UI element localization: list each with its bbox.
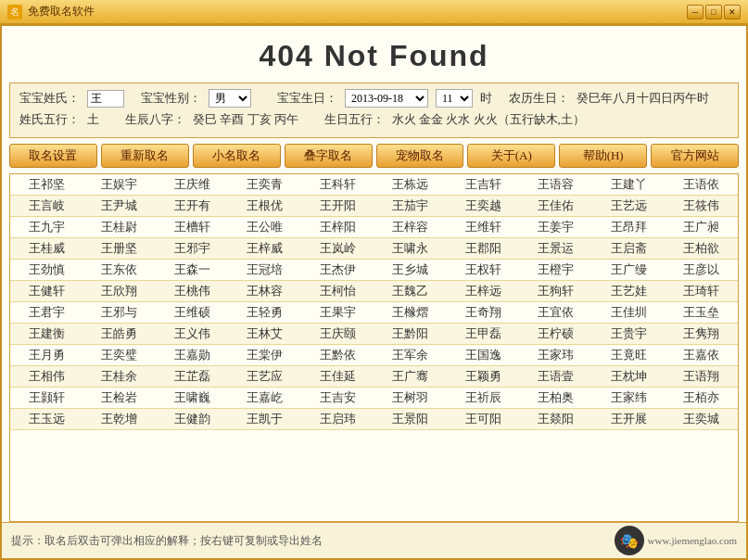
table-row[interactable]: 王颢轩王检岩王啸巍王嘉屹王吉安王树羽王祈辰王柏奥王家纬王栢亦 [10,388,738,409]
name-cell[interactable]: 王凯于 [229,409,302,430]
name-cell[interactable]: 王梓威 [229,238,302,260]
table-row[interactable]: 王桂威王册坚王邪宇王梓威王岚岭王啸永王郡阳王景运王启斋王柏欲 [10,238,738,260]
name-cell[interactable]: 王庆维 [156,174,229,196]
name-cell[interactable]: 王建丫 [592,174,666,196]
name-cell[interactable]: 王啸巍 [156,388,229,409]
name-cell[interactable]: 王艺应 [229,366,302,388]
name-cell[interactable]: 王邪宇 [156,238,229,260]
names-container[interactable]: 王祁坚王娱宇王庆维王奕青王科轩王栋远王吉轩王语容王建丫王语依王言岐王尹城王开有王… [9,173,739,522]
name-cell[interactable]: 王柏欲 [666,238,739,260]
surname-input[interactable] [87,90,124,108]
table-row[interactable]: 王月勇王奕璧王嘉勋王棠伊王黔依王军余王国逸王家玮王竟旺王嘉依 [10,345,738,366]
name-cell[interactable]: 王宜依 [520,302,593,324]
name-cell[interactable]: 王玉垒 [666,302,739,324]
name-cell[interactable]: 王岚岭 [301,238,374,260]
name-cell[interactable]: 王黔依 [301,345,374,366]
name-cell[interactable]: 王权轩 [447,260,520,281]
name-cell[interactable]: 王君宇 [10,302,83,324]
name-cell[interactable]: 王嘉屹 [229,388,302,409]
maximize-button[interactable]: □ [705,5,722,19]
name-cell[interactable]: 王皓勇 [83,324,157,345]
name-cell[interactable]: 王乾增 [83,409,157,430]
name-cell[interactable]: 王艺远 [592,196,666,217]
minimize-button[interactable]: ─ [687,5,704,19]
name-cell[interactable]: 王乡城 [374,260,448,281]
toolbar-btn-[interactable]: 重新取名 [101,144,189,168]
name-cell[interactable]: 王郡阳 [447,238,520,260]
name-cell[interactable]: 王军余 [374,345,448,366]
name-cell[interactable]: 王奕城 [666,409,739,430]
name-cell[interactable]: 王黔阳 [374,324,448,345]
name-cell[interactable]: 王家玮 [520,345,593,366]
name-cell[interactable]: 王奕越 [447,196,520,217]
name-cell[interactable]: 王狗轩 [520,281,593,302]
name-cell[interactable]: 王广骞 [374,366,448,388]
name-cell[interactable]: 王吉轩 [447,174,520,196]
name-cell[interactable]: 王桂余 [83,366,157,388]
name-cell[interactable]: 王义伟 [156,324,229,345]
name-cell[interactable]: 王广昶 [666,217,739,238]
name-cell[interactable]: 王月勇 [10,345,83,366]
name-cell[interactable]: 王竟旺 [592,345,666,366]
name-cell[interactable]: 王嘉勋 [156,345,229,366]
name-cell[interactable]: 王杰伊 [301,260,374,281]
name-cell[interactable]: 王桂尉 [83,217,157,238]
name-cell[interactable]: 王东依 [83,260,157,281]
name-cell[interactable]: 王健韵 [156,409,229,430]
table-row[interactable]: 王健轩王欣翔王桃伟王林容王柯怡王魏乙王梓远王狗轩王艺娃王琦轩 [10,281,738,302]
name-cell[interactable]: 王吉安 [301,388,374,409]
name-cell[interactable]: 王颖勇 [447,366,520,388]
name-cell[interactable]: 王奕青 [229,174,302,196]
name-cell[interactable]: 王橼熠 [374,302,448,324]
table-row[interactable]: 王九宇王桂尉王槽轩王公唯王梓阳王梓容王维轩王姜宇王昂拜王广昶 [10,217,738,238]
name-cell[interactable]: 王桂威 [10,238,83,260]
name-cell[interactable]: 王果宇 [301,302,374,324]
name-cell[interactable]: 王甲磊 [447,324,520,345]
name-cell[interactable]: 王芷磊 [156,366,229,388]
name-cell[interactable]: 王柠硕 [520,324,593,345]
name-cell[interactable]: 王庆颐 [301,324,374,345]
name-cell[interactable]: 王维硕 [156,302,229,324]
name-cell[interactable]: 王贵宇 [592,324,666,345]
close-button[interactable]: ✕ [724,5,741,19]
name-cell[interactable]: 王林容 [229,281,302,302]
name-cell[interactable]: 王昂拜 [592,217,666,238]
name-cell[interactable]: 王彦以 [666,260,739,281]
name-cell[interactable]: 王梓容 [374,217,448,238]
name-cell[interactable]: 王家纬 [592,388,666,409]
name-cell[interactable]: 王魏乙 [374,281,448,302]
name-cell[interactable]: 王检岩 [83,388,157,409]
name-cell[interactable]: 王颢轩 [10,388,83,409]
name-cell[interactable]: 王尹城 [83,196,157,217]
toolbar-btn-[interactable]: 宠物取名 [376,144,464,168]
name-cell[interactable]: 王啸永 [374,238,448,260]
name-cell[interactable]: 王景运 [520,238,593,260]
name-cell[interactable]: 王祈辰 [447,388,520,409]
name-cell[interactable]: 王欣翔 [83,281,157,302]
name-cell[interactable]: 王柏奥 [520,388,593,409]
name-cell[interactable]: 王启斋 [592,238,666,260]
name-cell[interactable]: 王国逸 [447,345,520,366]
toolbar-btn-[interactable]: 取名设置 [9,144,97,168]
name-cell[interactable]: 王健轩 [10,281,83,302]
table-row[interactable]: 王相伟王桂余王芷磊王艺应王佳延王广骞王颖勇王语壹王枕坤王语翔 [10,366,738,388]
name-cell[interactable]: 王九宇 [10,217,83,238]
name-cell[interactable]: 王景阳 [374,409,448,430]
name-cell[interactable]: 王艺娃 [592,281,666,302]
name-cell[interactable]: 王相伟 [10,366,83,388]
birthday-select[interactable]: 2013-09-18 [345,89,428,108]
name-cell[interactable]: 王冠培 [229,260,302,281]
table-row[interactable]: 王君宇王邪与王维硕王轻勇王果宇王橼熠王奇翔王宜依王佳圳王玉垒 [10,302,738,324]
name-cell[interactable]: 王玉远 [10,409,83,430]
toolbar-btn-H[interactable]: 帮助(H) [559,144,647,168]
table-row[interactable]: 王劲慎王东依王森一王冠培王杰伊王乡城王权轩王橙宇王广缦王彦以 [10,260,738,281]
name-cell[interactable]: 王琦轩 [666,281,739,302]
table-row[interactable]: 王祁坚王娱宇王庆维王奕青王科轩王栋远王吉轩王语容王建丫王语依 [10,174,738,196]
name-cell[interactable]: 王佳延 [301,366,374,388]
name-cell[interactable]: 王奇翔 [447,302,520,324]
name-cell[interactable]: 王语依 [666,174,739,196]
name-cell[interactable]: 王梓阳 [301,217,374,238]
toolbar-btn-A[interactable]: 关于(A) [467,144,555,168]
table-row[interactable]: 王言岐王尹城王开有王根优王开阳王茄宇王奕越王佳佑王艺远王筱伟 [10,196,738,217]
name-cell[interactable]: 王燚阳 [520,409,593,430]
